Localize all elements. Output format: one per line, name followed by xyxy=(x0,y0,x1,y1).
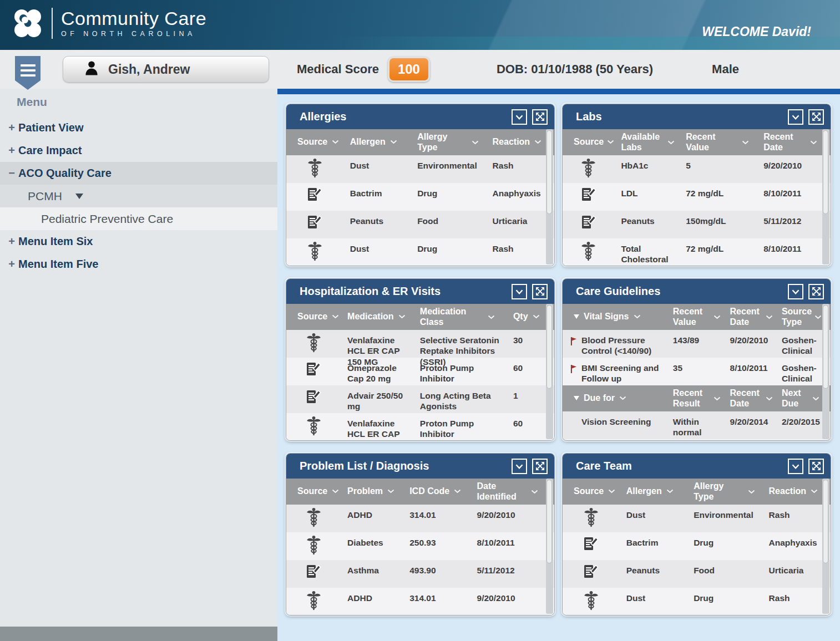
column-header-source[interactable]: Source xyxy=(286,484,341,499)
sidebar-item-pcmh[interactable]: PCMH xyxy=(0,185,277,207)
cell: Drug xyxy=(687,532,762,560)
cell: 150mg/dL xyxy=(679,211,757,238)
sort-chevron-icon xyxy=(666,489,674,494)
column-header-next-due[interactable]: Next Due xyxy=(775,385,822,411)
panel-collapse-button[interactable] xyxy=(512,109,527,125)
column-header-date-identified[interactable]: Date Identified xyxy=(470,479,545,505)
table-row: LDL72 mg/dL8/10/2011 xyxy=(563,183,831,211)
person-icon xyxy=(83,60,100,79)
scrollbar-thumb[interactable] xyxy=(546,130,552,214)
panel-expand-button[interactable] xyxy=(532,109,548,125)
scrollbar-thumb[interactable] xyxy=(546,305,552,389)
scrollbar-thumb[interactable] xyxy=(823,305,828,389)
column-header-recent-value[interactable]: Recent Value xyxy=(666,304,723,330)
sidebar-item-menu-item-six[interactable]: +Menu Item Six xyxy=(0,230,277,253)
column-label: Allergy Type xyxy=(417,132,467,152)
panel-scrollbar[interactable] xyxy=(546,129,553,264)
panel-expand-button[interactable] xyxy=(808,459,824,474)
column-header-problem[interactable]: Problem xyxy=(341,484,403,499)
column-header-recent-date[interactable]: Recent Date xyxy=(757,129,822,155)
panel-expand-button[interactable] xyxy=(532,459,548,474)
patient-selector[interactable]: Gish, Andrew xyxy=(63,56,269,83)
panel-scrollbar[interactable] xyxy=(546,479,553,614)
cell: Food xyxy=(411,211,485,238)
column-header-source[interactable]: Source xyxy=(286,134,343,150)
cell: Bactrim xyxy=(620,532,687,560)
column-header-due-for[interactable]: Due for xyxy=(563,390,666,406)
sidebar-item-aco-quality-care[interactable]: −ACO Quality Care xyxy=(0,162,277,185)
column-header-reaction[interactable]: Reaction xyxy=(762,484,822,499)
panel-title: Labs xyxy=(576,110,783,123)
column-label: Next Due xyxy=(782,388,808,409)
column-header-medication[interactable]: Medication xyxy=(341,309,413,324)
panel-collapse-button[interactable] xyxy=(788,284,803,299)
logo-divider xyxy=(52,8,53,39)
column-header-allergy-type[interactable]: Allergy Type xyxy=(411,129,485,155)
caduceus-icon xyxy=(286,505,341,532)
sort-chevron-icon xyxy=(332,489,339,494)
column-header-allergy-type[interactable]: Allergy Type xyxy=(687,479,762,505)
column-header-available-labs[interactable]: Available Labs xyxy=(614,129,679,155)
panel-expand-button[interactable] xyxy=(808,109,824,125)
content-divider xyxy=(277,89,840,94)
logo-title: Community Care xyxy=(61,9,206,29)
scrollbar-thumb[interactable] xyxy=(546,480,552,563)
panel-scrollbar[interactable] xyxy=(822,479,829,614)
cell: Rash xyxy=(486,238,545,266)
column-header-source-type[interactable]: Source Type xyxy=(775,304,822,330)
panel-scrollbar[interactable] xyxy=(822,129,829,264)
cell: 5/11/2012 xyxy=(757,211,822,238)
table-row: Asthma493.905/11/2012 xyxy=(286,560,554,588)
column-header-source[interactable]: Source xyxy=(563,134,614,150)
column-header-recent-date[interactable]: Recent Date xyxy=(723,304,775,330)
sidebar-item-patient-view[interactable]: +Patient View xyxy=(0,116,277,139)
column-header-recent-result[interactable]: Recent Result xyxy=(666,385,723,411)
column-header-qty[interactable]: Qty xyxy=(507,309,545,324)
red-flag-icon xyxy=(570,363,581,376)
column-header-allergen[interactable]: Allergen xyxy=(620,484,687,499)
column-header-allergen[interactable]: Allergen xyxy=(343,134,411,150)
column-header-recent-value[interactable]: Recent Value xyxy=(679,129,757,155)
hamburger-menu-icon[interactable] xyxy=(15,56,41,90)
table-row: ADHD314.019/20/2010 xyxy=(286,505,554,532)
panel-care-team: Care TeamSourceAllergenAllergy TypeReact… xyxy=(562,453,831,615)
column-label: Recent Value xyxy=(686,132,737,152)
document-pencil-icon xyxy=(286,385,341,413)
cell: 2/20/2015 xyxy=(775,411,822,439)
panel-collapse-button[interactable] xyxy=(788,109,803,125)
sidebar-item-menu-item-five[interactable]: +Menu Item Five xyxy=(0,253,277,276)
panel-collapse-button[interactable] xyxy=(512,459,527,474)
document-pencil-icon xyxy=(286,358,341,385)
column-header-source[interactable]: Source xyxy=(563,484,620,499)
column-header-reaction[interactable]: Reaction xyxy=(486,134,545,150)
sidebar-item-care-impact[interactable]: +Care Impact xyxy=(0,139,277,162)
cell: 9/20/2010 xyxy=(470,505,545,532)
table-row: DustEnvironmentalRash xyxy=(286,155,554,183)
column-label: Medication xyxy=(347,312,394,322)
scrollbar-thumb[interactable] xyxy=(823,130,828,214)
panel-expand-button[interactable] xyxy=(532,284,548,299)
table-row: Diabetes250.938/10/2011 xyxy=(286,532,554,560)
column-header-medication-class[interactable]: Medication Class xyxy=(413,304,507,330)
scrollbar-thumb[interactable] xyxy=(823,480,828,563)
cell: LDL xyxy=(614,183,679,211)
column-label: Source xyxy=(574,137,603,147)
caduceus-icon xyxy=(286,238,343,266)
column-header-source[interactable]: Source xyxy=(286,309,341,324)
cell: Rash xyxy=(486,155,545,183)
cell-text: Blood Pressure Control (<140/90) xyxy=(581,335,662,357)
panel-collapse-button[interactable] xyxy=(512,284,527,299)
caduceus-icon xyxy=(286,588,341,615)
column-header-icd-code[interactable]: ICD Code xyxy=(403,484,470,499)
column-header-recent-date[interactable]: Recent Date xyxy=(723,385,775,411)
cell: 9/20/2010 xyxy=(757,155,822,183)
sidebar-item-pediatric-preventive-care[interactable]: Pediatric Preventive Care xyxy=(0,207,277,230)
expand-toggle-icon: + xyxy=(5,235,18,248)
panel-title: Hospitalization & ER Visits xyxy=(300,285,507,298)
panel-expand-button[interactable] xyxy=(808,284,824,299)
column-header-vital-signs[interactable]: Vital Signs xyxy=(563,309,666,324)
panel-scrollbar[interactable] xyxy=(822,304,829,439)
cell: Vision Screening xyxy=(563,411,666,439)
panel-scrollbar[interactable] xyxy=(546,304,553,439)
panel-collapse-button[interactable] xyxy=(788,459,803,474)
